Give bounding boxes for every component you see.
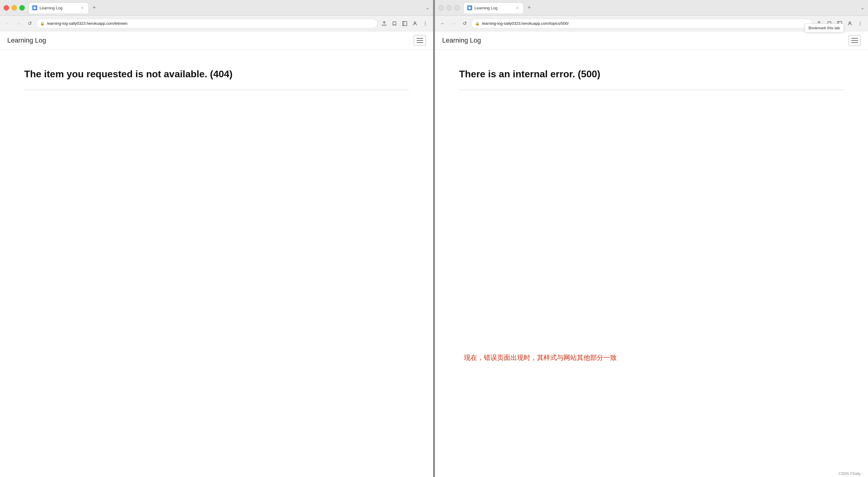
svg-point-13 (860, 25, 861, 25)
bookmark-icon-1[interactable] (390, 19, 399, 28)
close-traffic-light-2[interactable] (438, 5, 444, 10)
error-content-1: The item you requested is not available.… (0, 50, 433, 117)
window-dropdown-2[interactable]: ⌄ (861, 5, 864, 10)
profile-icon-2[interactable] (846, 19, 854, 28)
url-text-1: learning-log-sally0323.herokuapp.com/let… (47, 21, 374, 26)
toolbar-icons-1 (380, 19, 430, 28)
maximize-traffic-light[interactable] (19, 5, 25, 10)
tab-title-1: Learning Log (39, 6, 78, 10)
minimize-traffic-light-2[interactable] (446, 5, 452, 10)
tab-close-1[interactable]: × (80, 5, 85, 10)
window-dropdown-1[interactable]: ⌄ (426, 5, 430, 10)
share-icon-1[interactable] (380, 19, 389, 28)
address-bar-1: ← → ↺ 🔒 learning-log-sally0323.herokuapp… (0, 16, 433, 31)
browser-window-2: Bookmark this tab Learning Log × + ⌄ ← →… (435, 0, 868, 477)
reload-button-2[interactable]: ↺ (460, 19, 469, 28)
more-icon-2[interactable] (856, 19, 864, 28)
tab-area-2: Learning Log × + (463, 2, 858, 13)
error-content-2: There is an internal error. (500) (435, 50, 868, 117)
tab-close-2[interactable]: × (515, 5, 520, 10)
error-divider-1 (24, 90, 409, 90)
traffic-lights-1 (4, 5, 25, 10)
traffic-lights-2 (438, 5, 460, 10)
active-tab-1[interactable]: Learning Log × (28, 2, 89, 13)
browser-window-1: Learning Log × + ⌄ ← → ↺ 🔒 learning-log-… (0, 0, 433, 477)
lock-icon-2: 🔒 (475, 22, 479, 26)
forward-button-1[interactable]: → (14, 19, 23, 28)
tab-favicon-1 (32, 5, 37, 10)
error-divider-2 (459, 90, 844, 90)
hamburger-button-2[interactable] (849, 35, 861, 46)
sidebar-icon-1[interactable] (401, 19, 409, 28)
url-bar-1[interactable]: 🔒 learning-log-sally0323.herokuapp.com/l… (36, 19, 377, 28)
new-tab-button-2[interactable]: + (525, 4, 533, 12)
svg-point-11 (860, 22, 861, 22)
hamburger-line-2 (416, 40, 423, 41)
hamburger-line-5 (851, 40, 858, 41)
more-icon-1[interactable] (421, 19, 430, 28)
svg-point-6 (425, 25, 426, 25)
error-title-2: There is an internal error. (500) (459, 68, 844, 81)
title-bar-2: Learning Log × + ⌄ (435, 0, 868, 16)
site-navbar-1: Learning Log (0, 31, 433, 50)
hamburger-line-3 (416, 42, 423, 43)
tab-area-1: Learning Log × + (28, 2, 423, 13)
hamburger-button-1[interactable] (414, 35, 426, 46)
tab-favicon-2 (467, 5, 472, 10)
tab-title-2: Learning Log (474, 6, 513, 10)
svg-point-12 (860, 23, 861, 24)
maximize-traffic-light-2[interactable] (454, 5, 460, 10)
address-bar-2: ← → ↺ 🔒 learning-log-sally0323.herokuapp… (435, 16, 868, 31)
tab-controls-1: ⌄ (426, 5, 430, 10)
close-traffic-light[interactable] (4, 5, 9, 10)
url-bar-2[interactable]: 🔒 learning-log-sally0323.herokuapp.com/t… (471, 19, 812, 28)
profile-icon-1[interactable] (411, 19, 419, 28)
back-button-1[interactable]: ← (4, 19, 12, 28)
site-brand-1[interactable]: Learning Log (7, 36, 46, 44)
hamburger-line-6 (851, 42, 858, 43)
tab-controls-2: ⌄ (861, 5, 864, 10)
reload-button-1[interactable]: ↺ (25, 19, 34, 28)
page-content-1: Learning Log The item you requested is n… (0, 31, 433, 477)
status-bar: CSDN ©Sally... (834, 470, 868, 477)
url-text-2: learning-log-sally0323.herokuapp.com/top… (482, 21, 808, 26)
svg-point-3 (414, 22, 416, 24)
title-bar-1: Learning Log × + ⌄ (0, 0, 433, 16)
svg-point-5 (425, 23, 426, 24)
svg-rect-1 (403, 22, 407, 26)
active-tab-2[interactable]: Learning Log × (463, 2, 524, 13)
new-tab-button-1[interactable]: + (90, 4, 98, 12)
hamburger-line-4 (851, 38, 858, 39)
bookmark-tooltip: Bookmark this tab (805, 24, 844, 32)
site-navbar-2: Learning Log (435, 31, 868, 50)
lock-icon-1: 🔒 (40, 22, 45, 26)
status-text: CSDN ©Sally... (839, 472, 863, 476)
hamburger-line-1 (416, 38, 423, 39)
error-title-1: The item you requested is not available.… (24, 68, 409, 81)
back-button-2[interactable]: ← (438, 19, 447, 28)
svg-point-10 (849, 22, 851, 24)
minimize-traffic-light[interactable] (11, 5, 17, 10)
site-brand-2[interactable]: Learning Log (442, 36, 481, 44)
page-content-2: Learning Log There is an internal error.… (435, 31, 868, 477)
svg-point-4 (425, 22, 426, 22)
forward-button-2[interactable]: → (450, 19, 458, 28)
